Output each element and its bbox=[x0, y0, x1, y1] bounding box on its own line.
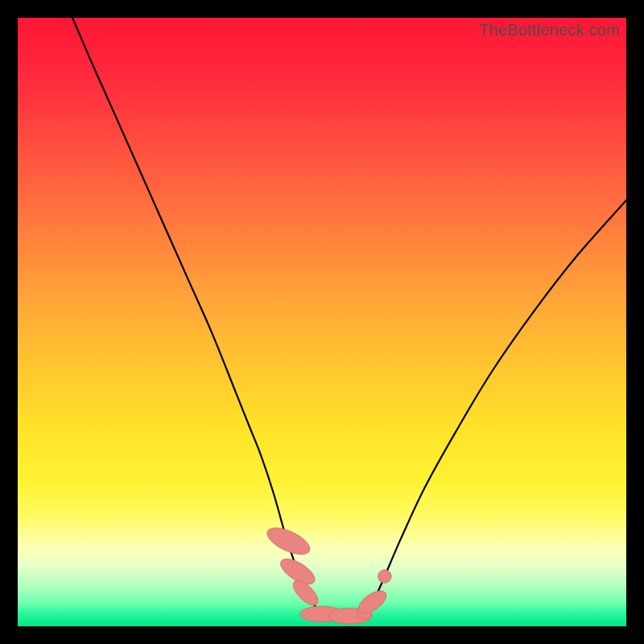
curve-marker bbox=[263, 522, 313, 559]
bottleneck-curve bbox=[72, 18, 626, 617]
marker-layer bbox=[263, 522, 391, 624]
chart-area: TheBottleneck.com bbox=[18, 18, 626, 626]
curve-marker bbox=[378, 570, 392, 584]
chart-svg bbox=[18, 18, 626, 626]
